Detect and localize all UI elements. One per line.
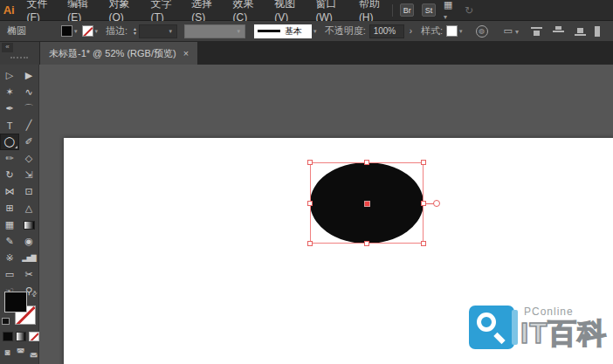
- center-point[interactable]: [365, 202, 369, 206]
- ellipse-tool[interactable]: ◯: [0, 134, 19, 150]
- graphic-style-swatch[interactable]: [446, 25, 458, 37]
- menu-view[interactable]: 视图(V): [265, 0, 306, 24]
- canvas-area[interactable]: PConline IT百科: [39, 65, 613, 364]
- draw-inside-mode[interactable]: ◛: [28, 346, 39, 358]
- magic-wand-tool-icon: ✶: [5, 86, 13, 98]
- handle-top-right[interactable]: [421, 160, 426, 165]
- pencil-tool[interactable]: ✏: [0, 150, 19, 167]
- lasso-tool[interactable]: ∿: [19, 84, 38, 100]
- chevron-down-icon: ▾: [238, 28, 241, 35]
- type-tool[interactable]: T: [0, 117, 19, 134]
- mesh-tool-icon: ▦: [5, 219, 14, 230]
- scale-tool-icon: ⇲: [24, 169, 32, 181]
- align-bottom-button[interactable]: [575, 26, 586, 37]
- chevron-down-icon: ▾: [169, 28, 173, 35]
- menu-window[interactable]: 窗口(W): [306, 0, 349, 24]
- slice-tool[interactable]: ✂: [19, 266, 38, 283]
- document-setup-icon[interactable]: ◍: [476, 25, 488, 38]
- perspective-grid-tool[interactable]: △: [19, 200, 38, 216]
- opacity-panel-arrow[interactable]: ›: [410, 26, 412, 36]
- free-transform-tool[interactable]: ⊡: [19, 183, 38, 200]
- document-tab[interactable]: 未标题-1* @ 52% (RGB/预览) ×: [40, 42, 197, 65]
- eraser-tool[interactable]: ◇: [19, 150, 38, 167]
- draw-behind-mode[interactable]: ◚: [15, 346, 26, 358]
- shape-builder-tool-icon: ⊞: [5, 203, 13, 214]
- stock-button[interactable]: St: [422, 3, 436, 17]
- menu-effect[interactable]: 效果(C): [224, 0, 266, 24]
- magnifier-handle-icon: [493, 333, 505, 344]
- curvature-tool[interactable]: ⌒: [19, 100, 38, 117]
- scale-tool[interactable]: ⇲: [19, 167, 38, 183]
- illustrator-window: Ai 文件(F)编辑(E)对象(O)文字(T)选择(S)效果(C)视图(V)窗口…: [0, 0, 613, 364]
- symbol-sprayer-tool-icon: ※: [5, 252, 13, 264]
- handle-bottom-left[interactable]: [307, 241, 313, 246]
- swap-fill-stroke-icon[interactable]: ⇄: [30, 289, 39, 299]
- gradient-tool[interactable]: [19, 216, 38, 233]
- menu-object[interactable]: 对象(O): [100, 0, 141, 24]
- menu-edit[interactable]: 编辑(E): [59, 0, 100, 24]
- align-top-button[interactable]: [531, 26, 542, 37]
- app-logo[interactable]: Ai: [0, 3, 17, 17]
- selected-shape[interactable]: [310, 162, 424, 244]
- handle-top-left[interactable]: [307, 160, 313, 165]
- align-center-button[interactable]: [553, 26, 564, 37]
- blend-tool[interactable]: ◉: [19, 233, 38, 250]
- menu-file[interactable]: 文件(F): [17, 0, 59, 24]
- rotate-tool[interactable]: ↻: [0, 167, 19, 183]
- stroke-weight-stepper[interactable]: ▴ ▾: [134, 27, 136, 36]
- draw-normal-mode[interactable]: ◙: [2, 346, 13, 358]
- mesh-tool[interactable]: ▦: [0, 216, 19, 233]
- artboard-tool[interactable]: ▭: [0, 266, 19, 283]
- pen-tool[interactable]: ✒: [0, 100, 19, 117]
- color-type-buttons: [0, 332, 39, 341]
- handle-bottom-middle[interactable]: [364, 241, 369, 246]
- chevron-down-icon[interactable]: ▾: [74, 28, 78, 35]
- curvature-tool-icon: ⌒: [24, 102, 34, 115]
- column-graph-tool[interactable]: ▂▅▇: [19, 250, 38, 266]
- menu-type[interactable]: 文字(T): [142, 0, 183, 24]
- color-button[interactable]: [3, 332, 13, 341]
- stroke-color-swatch[interactable]: [82, 25, 93, 37]
- menu-help[interactable]: 帮助(H): [350, 0, 392, 24]
- magic-wand-tool[interactable]: ✶: [0, 84, 19, 100]
- gradient-button[interactable]: [16, 332, 26, 341]
- magnifier-logo-icon: [469, 306, 514, 349]
- direct-selection-tool[interactable]: ▶: [19, 67, 38, 84]
- sync-icon[interactable]: ↻: [465, 4, 473, 17]
- workspace-switcher-icon[interactable]: ▦ ▾: [444, 0, 457, 21]
- stroke-weight-dropdown[interactable]: ▾: [139, 24, 177, 38]
- paintbrush-tool[interactable]: ✐: [19, 134, 38, 150]
- line-segment-tool[interactable]: ╱: [19, 117, 38, 134]
- fill-stroke-indicator: ⇄: [0, 290, 39, 330]
- handle-middle-left[interactable]: [307, 201, 313, 206]
- chevron-down-icon[interactable]: ▾: [95, 28, 99, 35]
- pie-angle-widget[interactable]: [433, 200, 440, 207]
- width-tool[interactable]: ⋈: [0, 183, 19, 200]
- menu-select[interactable]: 选择(S): [183, 0, 224, 24]
- handle-top-middle[interactable]: [364, 160, 369, 165]
- handle-bottom-right[interactable]: [421, 241, 426, 246]
- selection-tool[interactable]: ▷: [0, 67, 19, 84]
- stepper-down-icon[interactable]: ▾: [134, 31, 136, 36]
- fill-proxy-swatch[interactable]: [4, 292, 27, 312]
- bridge-button[interactable]: Br: [400, 3, 414, 17]
- chevron-down-icon[interactable]: ▾: [459, 28, 463, 35]
- shape-options-icon[interactable]: ▭ ▾: [504, 25, 519, 37]
- eyedropper-tool[interactable]: ✎: [0, 233, 19, 250]
- stroke-style-dropdown[interactable]: 基本: [254, 24, 312, 38]
- menu-list: 文件(F)编辑(E)对象(O)文字(T)选择(S)效果(C)视图(V)窗口(W)…: [17, 0, 391, 24]
- fill-color-swatch[interactable]: [61, 25, 72, 37]
- default-fill-stroke-icon[interactable]: [2, 318, 10, 325]
- collapse-panel-icon[interactable]: «: [2, 43, 13, 52]
- symbol-sprayer-tool[interactable]: ※: [0, 250, 19, 266]
- perspective-grid-tool-icon: △: [25, 203, 32, 214]
- close-icon[interactable]: ×: [183, 48, 189, 58]
- toolbar-grip[interactable]: [10, 57, 28, 58]
- brush-definition-dropdown[interactable]: ▾: [184, 24, 245, 38]
- shape-builder-tool[interactable]: ⊞: [0, 200, 19, 216]
- menubar-right: Br St ▦ ▾ ↻: [392, 0, 613, 21]
- align-button-cropped[interactable]: [595, 26, 600, 37]
- chevron-down-icon[interactable]: ▾: [313, 28, 317, 35]
- opacity-input[interactable]: 100%: [369, 24, 404, 38]
- none-button[interactable]: [29, 332, 39, 341]
